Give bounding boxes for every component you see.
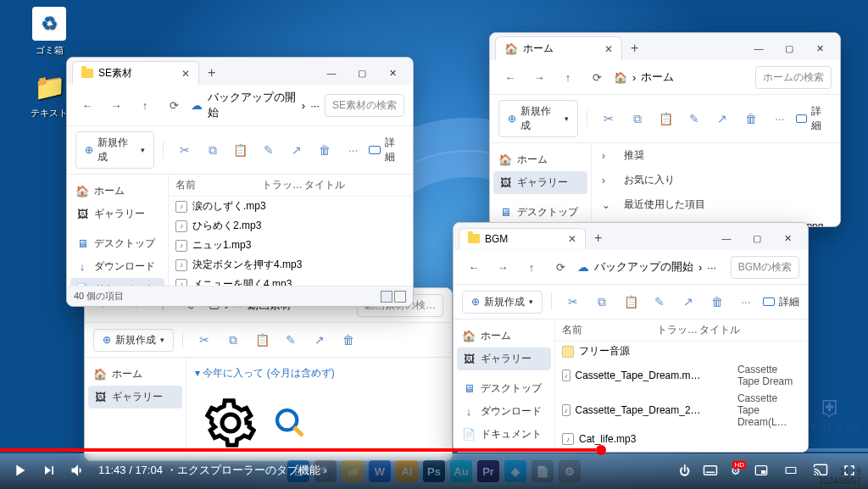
cut-icon[interactable]: ✂	[192, 328, 217, 352]
share-icon[interactable]: ↗	[307, 328, 332, 352]
detail-button[interactable]: 詳細	[763, 295, 799, 309]
share-icon[interactable]: ↗	[285, 138, 309, 162]
nav-fwd[interactable]: →	[491, 255, 515, 279]
next-button[interactable]	[41, 462, 58, 479]
fullscreen-button[interactable]	[841, 462, 858, 479]
tab[interactable]: 🏠 ホーム ✕	[495, 36, 622, 60]
file-row[interactable]: ♪ひらめく2.mp3	[169, 216, 413, 236]
miniplayer-button[interactable]	[753, 464, 770, 477]
more-icon[interactable]: ···	[767, 107, 793, 131]
search-input[interactable]: BGMの検索	[731, 256, 799, 279]
nav-refresh[interactable]: ⟳	[548, 255, 572, 279]
paste-icon[interactable]: 📋	[228, 138, 253, 162]
sidebar-item-desktop[interactable]: 🖥デスクトップ	[457, 377, 551, 400]
delete-icon[interactable]: 🗑	[738, 107, 764, 131]
more-icon[interactable]: ···	[341, 138, 365, 162]
new-tab-button[interactable]: +	[199, 62, 224, 84]
new-tab-button[interactable]: +	[586, 227, 610, 249]
nav-up[interactable]: ↑	[520, 255, 543, 279]
cut-icon[interactable]: ✂	[560, 290, 586, 314]
settings-button[interactable]: ⚙HD	[731, 464, 741, 477]
detail-button[interactable]: 詳細	[369, 136, 404, 164]
nav-refresh[interactable]: ⟳	[162, 93, 186, 117]
view-toggle[interactable]	[381, 291, 406, 303]
folder-row[interactable]: フリー音源	[555, 342, 808, 361]
tab[interactable]: BGM ✕	[459, 228, 586, 249]
section-recent[interactable]: ⌄最近使用した項目	[592, 192, 840, 217]
minimize-button[interactable]: —	[743, 36, 774, 60]
more-icon[interactable]: ···	[310, 99, 320, 112]
theater-button[interactable]	[782, 464, 800, 476]
sidebar-item-gallery[interactable]: 🖼ギャラリー	[457, 347, 551, 370]
detail-button[interactable]: 詳細	[796, 104, 832, 133]
file-row[interactable]: ♪Cassette_Tape_Dream.m…Cassette Tape Dre…	[555, 361, 808, 390]
share-icon[interactable]: ↗	[676, 290, 701, 314]
nav-up[interactable]: ↑	[556, 65, 580, 89]
backup-link[interactable]: バックアップの開始	[594, 259, 693, 275]
breadcrumb[interactable]: ホーム	[641, 69, 674, 85]
nav-up[interactable]: ↑	[133, 93, 157, 117]
file-row[interactable]: ♪Cassette_Tape_Dream_2…Cassette Tape Dre…	[555, 390, 808, 431]
rename-icon[interactable]: ✎	[278, 328, 303, 352]
more-icon[interactable]: ···	[707, 261, 716, 274]
delete-icon[interactable]: 🗑	[313, 138, 337, 162]
col-name[interactable]: 名前	[562, 323, 657, 337]
sidebar-item-desktop[interactable]: 🖥デスクトップ	[70, 232, 164, 255]
nav-back[interactable]: ←	[462, 255, 486, 279]
copy-icon[interactable]: ⧉	[200, 138, 225, 162]
sidebar-item-desktop[interactable]: 🖥デスクトップ	[493, 201, 587, 224]
maximize-button[interactable]: ▢	[774, 36, 804, 60]
cut-icon[interactable]: ✂	[172, 138, 197, 162]
rename-icon[interactable]: ✎	[256, 138, 281, 162]
share-icon[interactable]: ↗	[710, 107, 736, 131]
sidebar-item-downloads[interactable]: ↓ダウンロード	[70, 255, 164, 278]
play-button[interactable]	[10, 461, 29, 480]
sidebar-item-home[interactable]: 🏠ホーム	[88, 363, 182, 386]
tab-close-icon[interactable]: ✕	[604, 43, 613, 55]
tab[interactable]: SE素材 ✕	[72, 61, 199, 85]
delete-icon[interactable]: 🗑	[336, 328, 361, 352]
file-row[interactable]: ♪Cat_life.mp3	[555, 431, 808, 447]
nav-back[interactable]: ←	[498, 65, 522, 89]
sidebar-item-downloads[interactable]: ↓ダウンロード	[457, 400, 551, 423]
copy-icon[interactable]: ⧉	[589, 290, 615, 314]
col-track[interactable]: トラッ…	[657, 323, 699, 337]
new-button[interactable]: ⊕新規作成▾	[93, 329, 174, 352]
captions-button[interactable]	[702, 463, 719, 478]
minimize-button[interactable]: —	[316, 61, 347, 85]
sidebar-item-home[interactable]: 🏠ホーム	[70, 180, 164, 203]
search-input[interactable]: ホームの検索	[755, 66, 832, 89]
tab-close-icon[interactable]: ✕	[181, 68, 190, 80]
new-button[interactable]: ⊕新規作成▾	[462, 291, 542, 314]
file-row[interactable]: ♪決定ボタンを押す4.mp3	[169, 255, 413, 275]
paste-icon[interactable]: 📋	[653, 107, 678, 131]
minimize-button[interactable]: —	[711, 226, 742, 250]
rename-icon[interactable]: ✎	[682, 107, 707, 131]
cast-button[interactable]	[812, 463, 829, 478]
new-button[interactable]: ⊕新規作成▾	[498, 100, 578, 137]
sidebar-item-documents[interactable]: 📄ドキュメント	[457, 423, 551, 446]
section-recommended[interactable]: ›推奨	[592, 143, 840, 168]
file-row[interactable]: ♪メニューを開く4.mp3	[169, 275, 413, 286]
paste-icon[interactable]: 📋	[618, 290, 643, 314]
close-button[interactable]: ✕	[804, 36, 835, 60]
sidebar-item-gallery[interactable]: 🖼ギャラリー	[493, 171, 587, 194]
sidebar-item-gallery[interactable]: 🖼ギャラリー	[88, 386, 182, 408]
rename-icon[interactable]: ✎	[647, 290, 672, 314]
desktop-icon-recycle[interactable]: ♻ ゴミ箱	[24, 7, 75, 57]
sidebar-item-gallery[interactable]: 🖼ギャラリー	[70, 203, 164, 225]
col-name[interactable]: 名前	[175, 178, 262, 192]
search-input[interactable]: SE素材の検索	[325, 94, 404, 117]
new-button[interactable]: ⊕新規作成▾	[75, 131, 154, 169]
sidebar-item-home[interactable]: 🏠ホーム	[457, 325, 551, 347]
close-button[interactable]: ✕	[377, 61, 408, 85]
col-title[interactable]: タイトル	[699, 323, 801, 337]
file-row[interactable]: ♪ニュッ1.mp3	[169, 236, 413, 255]
maximize-button[interactable]: ▢	[742, 226, 772, 250]
section-favorites[interactable]: ›お気に入り	[592, 168, 840, 192]
delete-icon[interactable]: 🗑	[704, 290, 730, 314]
nav-fwd[interactable]: →	[527, 65, 551, 89]
more-icon[interactable]: ···	[733, 290, 759, 314]
sidebar-item-documents[interactable]: 📄ドキュメント	[70, 278, 164, 286]
tab-close-icon[interactable]: ✕	[568, 233, 576, 245]
